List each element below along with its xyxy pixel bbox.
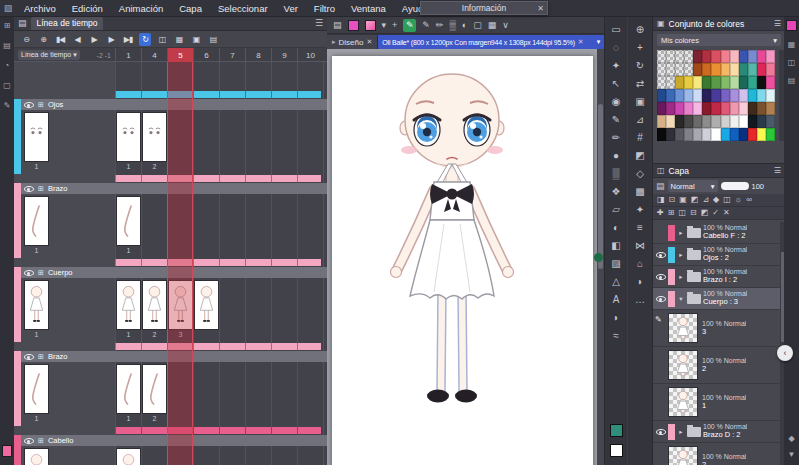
color-swatch[interactable] bbox=[730, 63, 739, 76]
frame-label-8[interactable]: 8 bbox=[245, 48, 271, 62]
color-swatch[interactable] bbox=[766, 50, 775, 63]
wand-tool-icon[interactable]: ✦ bbox=[609, 58, 624, 73]
background-color-chip[interactable] bbox=[610, 444, 623, 457]
layer-mask-icon[interactable]: ◩ bbox=[701, 209, 709, 217]
color-swatch[interactable] bbox=[675, 76, 684, 89]
color-swatch[interactable] bbox=[657, 102, 666, 115]
color-swatch[interactable] bbox=[766, 76, 775, 89]
color-swatch[interactable] bbox=[739, 50, 748, 63]
color-swatch[interactable] bbox=[693, 76, 702, 89]
expand-arrow-icon[interactable]: ▸ bbox=[677, 251, 685, 259]
color-swatch[interactable] bbox=[666, 128, 675, 141]
color-swatch[interactable] bbox=[730, 128, 739, 141]
color-swatch[interactable] bbox=[657, 63, 666, 76]
color-swatch[interactable] bbox=[702, 102, 711, 115]
lock-layer-icon[interactable]: ⊡ bbox=[669, 196, 676, 204]
layer-thumbnail[interactable] bbox=[24, 196, 49, 246]
gradient-tool-icon[interactable]: ▨ bbox=[609, 256, 624, 271]
color-history-chip[interactable] bbox=[786, 20, 797, 31]
color-swatch[interactable] bbox=[684, 128, 693, 141]
link-icon[interactable]: ∞ bbox=[746, 196, 752, 204]
color-swatch[interactable] bbox=[748, 76, 757, 89]
frame-icon[interactable]: ▢ bbox=[473, 21, 482, 30]
menu-archivo[interactable]: Archivo bbox=[16, 3, 64, 14]
correct-tool-icon[interactable]: ≈ bbox=[609, 328, 624, 343]
color-swatch[interactable] bbox=[721, 115, 730, 128]
delete-layer-icon[interactable]: ✕ bbox=[723, 209, 730, 217]
color-swatch[interactable] bbox=[766, 89, 775, 102]
color-swatch[interactable] bbox=[675, 50, 684, 63]
timeline-panel-options-icon[interactable]: ☰ bbox=[315, 19, 323, 28]
keyframe-bar[interactable] bbox=[115, 259, 321, 266]
visibility-eye-icon[interactable] bbox=[24, 352, 34, 361]
menu-filtro[interactable]: Filtro bbox=[306, 3, 343, 14]
expand-arrow-icon[interactable]: ▸ bbox=[677, 229, 685, 237]
color-swatch[interactable] bbox=[657, 89, 666, 102]
rotate-tool-icon[interactable]: ↻ bbox=[633, 58, 648, 73]
layer-row-cabello-f-2[interactable]: ▸100 % NormalCabello F : 2 bbox=[653, 222, 785, 244]
prev-frame-button[interactable]: ◀ bbox=[71, 33, 83, 46]
design-panel-tab[interactable]: ▸ Diseño ✕ bbox=[327, 35, 378, 49]
active-tool-button[interactable]: ✎ bbox=[403, 19, 416, 32]
menu-ver[interactable]: Ver bbox=[276, 3, 306, 14]
timeline-ruler[interactable]: Línea de tiempo ▾ -2 -1 145678910 bbox=[14, 48, 327, 62]
color-swatch[interactable] bbox=[739, 102, 748, 115]
color-swatch[interactable] bbox=[748, 63, 757, 76]
color-swatch[interactable] bbox=[693, 128, 702, 141]
airbrush-tool-icon[interactable]: ▒ bbox=[609, 166, 624, 181]
color-swatch[interactable] bbox=[766, 115, 775, 128]
color-swatch[interactable] bbox=[666, 89, 675, 102]
color-swatch[interactable] bbox=[684, 63, 693, 76]
cel-row-2[interactable]: 100 % Normal2 bbox=[653, 347, 785, 384]
play-button[interactable]: ▶ bbox=[88, 33, 100, 46]
color-swatch[interactable] bbox=[711, 102, 720, 115]
eyedropper-tool-icon[interactable]: ◉ bbox=[609, 94, 624, 109]
skip-start-button[interactable]: ▮◀ bbox=[54, 33, 66, 46]
layer-thumbnail[interactable] bbox=[24, 364, 49, 414]
layer-panel-menu-icon[interactable]: ☰ bbox=[774, 167, 781, 175]
layer-row-brazo-i-2[interactable]: ▸100 % NormalBrazo I : 2 bbox=[653, 266, 785, 288]
color-swatch[interactable] bbox=[684, 76, 693, 89]
color-swatch[interactable] bbox=[730, 115, 739, 128]
color-swatch[interactable] bbox=[739, 76, 748, 89]
color-swatch[interactable] bbox=[730, 50, 739, 63]
cel-thumbnail[interactable] bbox=[142, 280, 167, 330]
color-swatch[interactable] bbox=[702, 128, 711, 141]
visibility-eye-icon[interactable] bbox=[24, 268, 34, 277]
cel-thumbnail[interactable] bbox=[194, 280, 219, 330]
color-swatch[interactable] bbox=[757, 76, 766, 89]
color-swatch[interactable] bbox=[675, 115, 684, 128]
color-swatch[interactable] bbox=[693, 102, 702, 115]
cel-thumbnail[interactable] bbox=[668, 313, 698, 343]
layer-row-ojos-2[interactable]: ▸100 % NormalOjos : 2 bbox=[653, 244, 785, 266]
zoom-tool-icon[interactable]: ⊕ bbox=[633, 22, 648, 37]
visibility-toggle[interactable] bbox=[655, 294, 666, 303]
color-swatch[interactable] bbox=[748, 102, 757, 115]
new-cel-icon[interactable]: ⊞ bbox=[38, 437, 44, 445]
color-swatch[interactable] bbox=[711, 76, 720, 89]
chip-dropdown-icon[interactable]: ▾ bbox=[382, 21, 387, 30]
selection-tool-icon[interactable]: ▭ bbox=[609, 22, 624, 37]
color-swatch[interactable] bbox=[702, 76, 711, 89]
text-tool-icon[interactable]: A bbox=[609, 292, 624, 307]
lock-transparent-icon[interactable]: ▣ bbox=[679, 196, 687, 204]
color-swatch[interactable] bbox=[721, 102, 730, 115]
color-swatch[interactable] bbox=[757, 102, 766, 115]
onion-skin-button[interactable]: ◫ bbox=[156, 33, 168, 46]
show-cels-button[interactable]: ▦ bbox=[173, 33, 185, 46]
material-panel-icon[interactable]: ◆ bbox=[788, 435, 794, 443]
color-swatch[interactable] bbox=[739, 89, 748, 102]
color-swatch[interactable] bbox=[748, 50, 757, 63]
ruler-tool-icon[interactable]: ⊿ bbox=[633, 112, 648, 127]
airbrush-icon[interactable]: ▒ bbox=[449, 21, 455, 30]
hand-tool-icon[interactable]: + bbox=[633, 40, 648, 55]
color-swatch[interactable] bbox=[757, 63, 766, 76]
document-dropdown-icon[interactable]: ▾ bbox=[597, 38, 600, 46]
color-swatch[interactable] bbox=[757, 89, 766, 102]
perspective-tool-icon[interactable]: ⌂ bbox=[633, 256, 648, 271]
cel-thumbnail[interactable] bbox=[116, 280, 141, 330]
new-folder-icon[interactable]: ⊞ bbox=[668, 209, 675, 217]
mesh-tool-icon[interactable]: # bbox=[633, 130, 648, 145]
visibility-toggle[interactable] bbox=[655, 427, 666, 436]
color-swatch[interactable] bbox=[748, 128, 757, 141]
